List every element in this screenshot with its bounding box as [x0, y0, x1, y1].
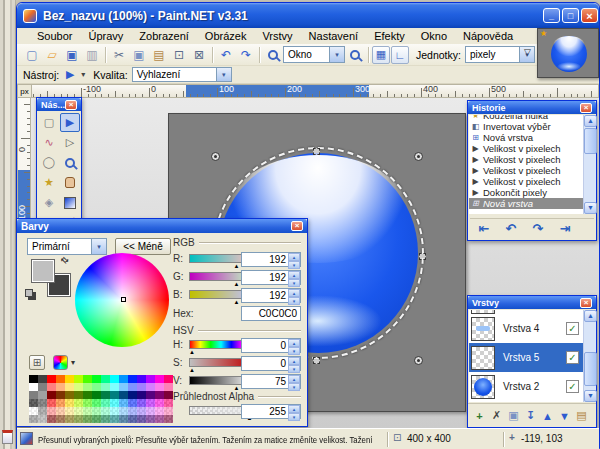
tool-pan-button[interactable] [60, 173, 80, 192]
palette-swatch[interactable] [83, 375, 92, 383]
v-value-spinner[interactable]: 75▴▾ [241, 374, 301, 389]
menu-item-obrázek[interactable]: Obrázek [197, 28, 255, 44]
palette-swatch[interactable] [83, 391, 92, 399]
tool-rectangle-select-button[interactable]: ▢ [39, 113, 59, 132]
history-item[interactable]: ▶Dokončit pixely [469, 187, 583, 198]
history-undo-button[interactable]: ↶ [500, 221, 522, 237]
colors-close-button[interactable]: × [291, 221, 303, 231]
tool-paint-bucket-button[interactable]: ◈ [39, 193, 59, 212]
palette-swatch[interactable] [38, 415, 47, 423]
menu-item-soubor[interactable]: Soubor [29, 28, 80, 44]
tool-zoom-button[interactable] [60, 153, 80, 172]
palette-swatch[interactable] [101, 407, 110, 415]
palette-swatch[interactable] [29, 399, 38, 407]
redo-button[interactable]: ↷ [236, 46, 256, 64]
palette-swatch[interactable] [119, 407, 128, 415]
cut-button[interactable]: ✂ [109, 46, 129, 64]
menu-item-zobrazení[interactable]: Zobrazení [131, 28, 197, 44]
palette-swatch[interactable] [74, 399, 83, 407]
merge-layer-down-button[interactable]: ↧ [523, 408, 538, 424]
zoom-out-button[interactable] [263, 46, 283, 64]
delete-layer-button[interactable]: ✗ [489, 408, 504, 424]
palette-swatch[interactable] [38, 383, 47, 391]
spin-down-icon[interactable]: ▾ [288, 297, 300, 305]
scroll-up-button[interactable]: ▲ [584, 310, 597, 322]
spin-up-icon[interactable]: ▴ [288, 375, 300, 383]
r-value-spinner[interactable]: 192▴▾ [241, 252, 301, 267]
tool-gradient-button[interactable] [60, 193, 80, 212]
palette-menu-arrow-icon[interactable]: ▾ [71, 358, 75, 367]
palette-swatch[interactable] [92, 399, 101, 407]
palette-swatch[interactable] [164, 391, 173, 399]
tool-magic-wand-button[interactable]: ★ [39, 173, 59, 192]
palette-swatch[interactable] [38, 399, 47, 407]
menu-item-nápověda[interactable]: Nápověda [455, 28, 521, 44]
b-value-spinner[interactable]: 192▴▾ [241, 288, 301, 303]
tools-palette-titlebar[interactable]: Nás... × [37, 98, 81, 111]
palette-swatch[interactable] [101, 383, 110, 391]
desktop-icon[interactable] [2, 430, 13, 444]
palette-swatch[interactable] [119, 399, 128, 407]
s-value-spinner[interactable]: 0▴▾ [241, 356, 301, 371]
palette-swatch[interactable] [56, 415, 65, 423]
palette-swatch[interactable] [47, 375, 56, 383]
palette-swatch[interactable] [164, 415, 173, 423]
tool-dropdown-arrow-icon[interactable]: ▾ [81, 70, 85, 79]
close-button[interactable]: × [581, 8, 598, 23]
tool-lasso-select-button[interactable]: ∿ [39, 133, 59, 152]
print-button[interactable]: ▥ [82, 46, 102, 64]
dual-swatch-icon[interactable] [25, 289, 33, 297]
spin-up-icon[interactable]: ▴ [288, 339, 300, 347]
spin-up-icon[interactable]: ▴ [288, 357, 300, 365]
history-rewind-button[interactable]: ⇤ [473, 221, 495, 237]
palette-swatch[interactable] [119, 415, 128, 423]
scroll-down-button[interactable]: ▼ [584, 390, 597, 402]
palette-swatch[interactable] [128, 415, 137, 423]
swap-colors-icon[interactable]: ⇄ [59, 254, 71, 266]
palette-swatch[interactable] [146, 391, 155, 399]
palette-swatch[interactable] [155, 391, 164, 399]
palette-swatch[interactable] [92, 391, 101, 399]
palette-swatch[interactable] [101, 415, 110, 423]
paste-button[interactable]: ▤ [149, 46, 169, 64]
palette-swatch[interactable] [74, 383, 83, 391]
palette-swatch[interactable] [74, 375, 83, 383]
palette-swatch[interactable] [38, 407, 47, 415]
palette-swatch[interactable] [101, 375, 110, 383]
palette-swatch[interactable] [65, 415, 74, 423]
selection-handle[interactable] [313, 148, 320, 155]
palette-swatch[interactable] [56, 407, 65, 415]
palette-swatch[interactable] [110, 407, 119, 415]
palette-swatch[interactable] [146, 407, 155, 415]
layers-titlebar[interactable]: Vrstvy × [468, 296, 596, 309]
palette-swatch[interactable] [128, 407, 137, 415]
palette-swatch[interactable] [29, 383, 38, 391]
history-item[interactable]: ▶Velikost v pixelech [469, 176, 583, 187]
spin-down-icon[interactable]: ▾ [288, 383, 300, 391]
palette-swatch[interactable] [29, 391, 38, 399]
history-item[interactable]: ◧Invertovat výběr [469, 121, 583, 132]
palette-swatch[interactable] [128, 391, 137, 399]
selection-handle[interactable] [211, 152, 220, 161]
palette-swatch[interactable] [65, 407, 74, 415]
layer-visible-checkbox[interactable]: ✓ [566, 351, 579, 364]
scroll-up-button[interactable]: ▲ [584, 115, 597, 127]
palette-swatch[interactable] [128, 399, 137, 407]
spin-up-icon[interactable]: ▴ [288, 405, 300, 413]
palette-swatch[interactable] [92, 415, 101, 423]
g-value-spinner[interactable]: 192▴▾ [241, 270, 301, 285]
zoom-in-button[interactable] [345, 46, 365, 64]
slider-marker-icon[interactable]: ▲ [234, 299, 240, 305]
palette-swatch[interactable] [47, 383, 56, 391]
save-file-button[interactable]: ▣ [62, 46, 82, 64]
spin-down-icon[interactable]: ▾ [288, 279, 300, 287]
palette-swatch[interactable] [56, 399, 65, 407]
palette-swatch[interactable] [146, 415, 155, 423]
tools-palette-close-button[interactable]: × [65, 100, 77, 110]
layer-row-vrstva-5[interactable]: Vrstva 5✓ [469, 343, 583, 372]
scrollbar-thumb[interactable] [584, 352, 597, 386]
menu-item-nastavení[interactable]: Nastavení [301, 28, 367, 44]
selection-handle[interactable] [313, 357, 320, 364]
layer-row-vrstva-4[interactable]: Vrstva 4✓ [469, 314, 583, 343]
toolbar-overflow-chevron-icon[interactable]: ▽ [524, 47, 531, 57]
